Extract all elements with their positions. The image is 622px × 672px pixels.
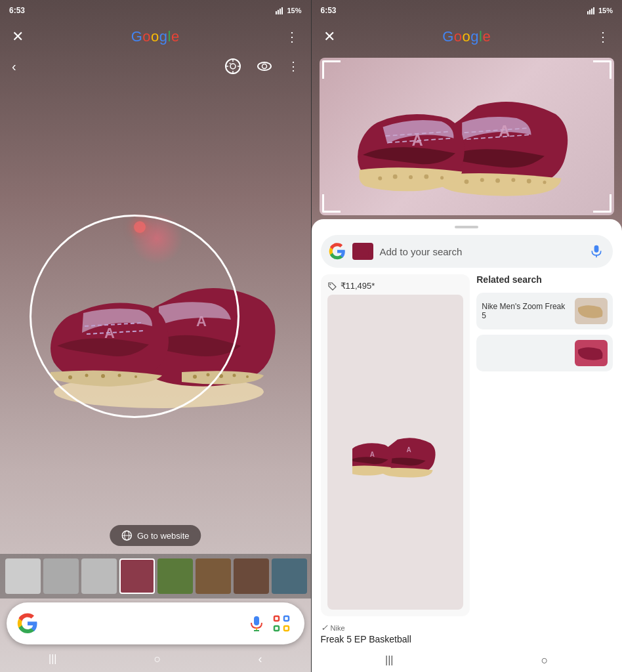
thumb-item-6[interactable] xyxy=(196,558,231,594)
svg-rect-34 xyxy=(284,616,289,621)
left-close-button[interactable]: ✕ xyxy=(8,24,28,49)
more-icon: ⋮ xyxy=(285,29,299,45)
related-item-2-img xyxy=(575,340,608,366)
right-image-area: A A xyxy=(320,58,615,215)
svg-point-46 xyxy=(512,178,516,182)
left-bottom-search-bar xyxy=(7,602,304,644)
thumb-item-8[interactable] xyxy=(272,558,307,594)
left-image-area: A A xyxy=(0,79,311,554)
secondary-icon-group: ⋮ xyxy=(220,54,303,79)
search-thumb xyxy=(352,243,373,260)
nav-home-button[interactable]: ○ xyxy=(150,648,165,670)
thumbnail-strip xyxy=(0,554,311,598)
svg-rect-38 xyxy=(589,10,591,14)
product-img-svg: A A xyxy=(352,419,438,485)
svg-point-55 xyxy=(409,175,413,179)
svg-rect-1 xyxy=(278,10,279,14)
svg-point-20 xyxy=(85,374,88,377)
svg-point-45 xyxy=(495,178,500,183)
svg-rect-2 xyxy=(280,9,281,14)
product-image: A A xyxy=(327,295,464,610)
right-sneaker-background: A A xyxy=(320,58,615,215)
right-more-button[interactable]: ⋮ xyxy=(592,25,614,49)
product-card[interactable]: ₹11,495* A A xyxy=(321,274,470,616)
related-search-column: Related search Nike Men's Zoom Freak 5 xyxy=(476,274,613,616)
right-more-icon: ⋮ xyxy=(596,29,610,45)
svg-rect-36 xyxy=(284,626,289,631)
nav-recent-icon: ||| xyxy=(49,653,56,665)
left-google-title: Google xyxy=(131,28,180,45)
lens-circle-button[interactable] xyxy=(220,54,245,79)
thumb-item-2[interactable] xyxy=(43,558,79,594)
sheet-search-bar[interactable]: Add to your search xyxy=(321,235,613,268)
right-nav-recent-icon: ||| xyxy=(385,654,393,666)
svg-text:A: A xyxy=(412,131,423,149)
svg-text:A: A xyxy=(407,446,411,453)
secondary-more-icon: ⋮ xyxy=(287,59,299,74)
mic-icon xyxy=(248,615,265,632)
price-tag-icon xyxy=(327,282,337,291)
left-back-button[interactable]: ‹ xyxy=(8,55,20,78)
thumb-item-5[interactable] xyxy=(157,558,193,594)
svg-text:A: A xyxy=(196,313,207,329)
left-status-icons: 15% xyxy=(276,7,301,14)
svg-point-23 xyxy=(135,375,137,378)
svg-rect-0 xyxy=(276,11,277,14)
thumb-item-1[interactable] xyxy=(5,558,41,594)
related-item-1[interactable]: Nike Men's Zoom Freak 5 xyxy=(476,293,613,329)
left-phone-panel: 6:53 15% ✕ Google ⋮ ‹ xyxy=(0,0,311,672)
price-badge: ₹11,495* xyxy=(327,281,464,291)
svg-point-44 xyxy=(480,178,484,182)
mic-button-left[interactable] xyxy=(244,611,269,636)
go-to-website-btn[interactable]: Go to website xyxy=(110,525,201,546)
right-close-button[interactable]: ✕ xyxy=(320,24,339,49)
svg-rect-3 xyxy=(281,7,283,14)
battery-text: 15% xyxy=(287,7,301,14)
svg-rect-33 xyxy=(274,616,279,621)
lens-button-left[interactable] xyxy=(269,611,294,636)
sheet-mic-icon xyxy=(589,244,604,259)
svg-point-48 xyxy=(543,180,547,184)
related-img-2-svg xyxy=(575,340,608,366)
svg-point-19 xyxy=(68,375,72,379)
close-icon: ✕ xyxy=(12,28,24,45)
right-nav-home-icon: ○ xyxy=(541,654,549,667)
sheet-mic-button[interactable] xyxy=(588,243,605,260)
secondary-more-button[interactable]: ⋮ xyxy=(283,55,303,77)
signal-icon xyxy=(276,7,285,14)
right-phone-panel: 6:53 15% ✕ Google ⋮ xyxy=(311,0,623,672)
svg-rect-37 xyxy=(587,11,589,14)
nav-back-button[interactable]: ‹ xyxy=(254,648,266,670)
search-input-text: Add to your search xyxy=(380,246,582,257)
sheet-google-logo xyxy=(329,243,346,260)
thumb-item-7[interactable] xyxy=(234,558,269,594)
eye-button[interactable] xyxy=(252,54,277,79)
right-app-bar: ✕ Google ⋮ xyxy=(312,20,623,54)
thumb-item-3[interactable] xyxy=(81,558,117,594)
right-nav-recent-button[interactable]: ||| xyxy=(381,650,397,670)
svg-point-22 xyxy=(117,374,121,377)
nav-recent-button[interactable]: ||| xyxy=(45,649,60,669)
svg-rect-39 xyxy=(591,9,592,14)
brand-name: Nike xyxy=(331,624,345,632)
lens-circle-icon xyxy=(224,58,241,75)
left-status-bar: 6:53 15% xyxy=(0,0,311,20)
google-lens-icon xyxy=(273,615,290,632)
right-nav-home-button[interactable]: ○ xyxy=(537,650,552,671)
nav-home-icon: ○ xyxy=(154,652,161,666)
left-more-button[interactable]: ⋮ xyxy=(281,25,303,49)
back-icon: ‹ xyxy=(12,59,16,74)
related-item-1-text: Nike Men's Zoom Freak 5 xyxy=(482,302,570,320)
svg-point-15 xyxy=(219,374,223,378)
left-nav-bar: ||| ○ ‹ xyxy=(0,648,311,672)
right-status-icons: 15% xyxy=(587,7,613,14)
svg-point-60 xyxy=(329,284,331,285)
right-signal-icon xyxy=(587,7,596,14)
right-nav-bar: ||| ○ xyxy=(312,648,623,672)
related-item-2[interactable] xyxy=(476,335,613,371)
thumb-item-4[interactable] xyxy=(119,558,155,594)
go-to-website-label: Go to website xyxy=(137,531,190,541)
right-app-bar-center: Google xyxy=(442,28,491,45)
svg-point-56 xyxy=(425,175,429,179)
sneaker-svg-left: A A xyxy=(24,221,287,411)
